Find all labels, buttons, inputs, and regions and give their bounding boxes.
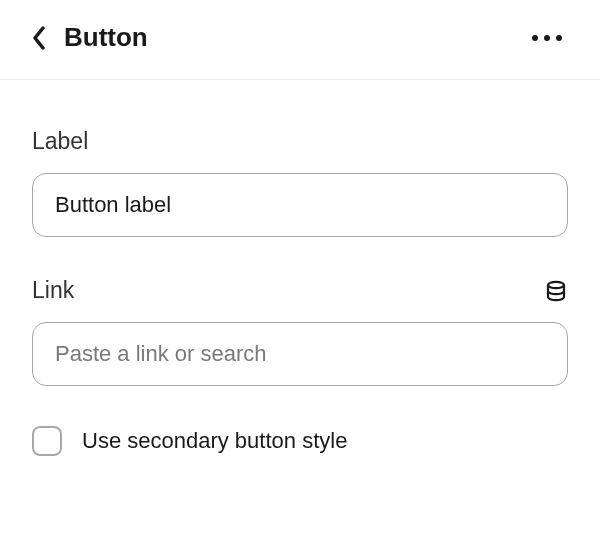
label-field-header: Label bbox=[32, 128, 568, 155]
link-input[interactable] bbox=[32, 322, 568, 386]
page-title: Button bbox=[64, 22, 148, 53]
back-button[interactable] bbox=[32, 26, 46, 50]
panel-header: Button bbox=[0, 0, 600, 80]
secondary-style-label[interactable]: Use secondary button style bbox=[82, 428, 347, 454]
header-left: Button bbox=[32, 22, 148, 53]
label-field-label: Label bbox=[32, 128, 88, 155]
link-field-header: Link bbox=[32, 277, 568, 304]
svg-point-0 bbox=[548, 281, 564, 287]
secondary-style-checkbox[interactable] bbox=[32, 426, 62, 456]
link-field-group: Link bbox=[32, 277, 568, 386]
label-input[interactable] bbox=[32, 173, 568, 237]
link-field-label: Link bbox=[32, 277, 74, 304]
secondary-style-row: Use secondary button style bbox=[32, 426, 568, 456]
more-menu-button[interactable] bbox=[532, 35, 568, 41]
panel-content: Label Link Use secondary button style bbox=[0, 80, 600, 456]
database-icon bbox=[544, 279, 568, 303]
more-icon bbox=[532, 35, 538, 41]
chevron-left-icon bbox=[32, 26, 46, 50]
label-field-group: Label bbox=[32, 128, 568, 237]
dynamic-source-button[interactable] bbox=[544, 279, 568, 303]
